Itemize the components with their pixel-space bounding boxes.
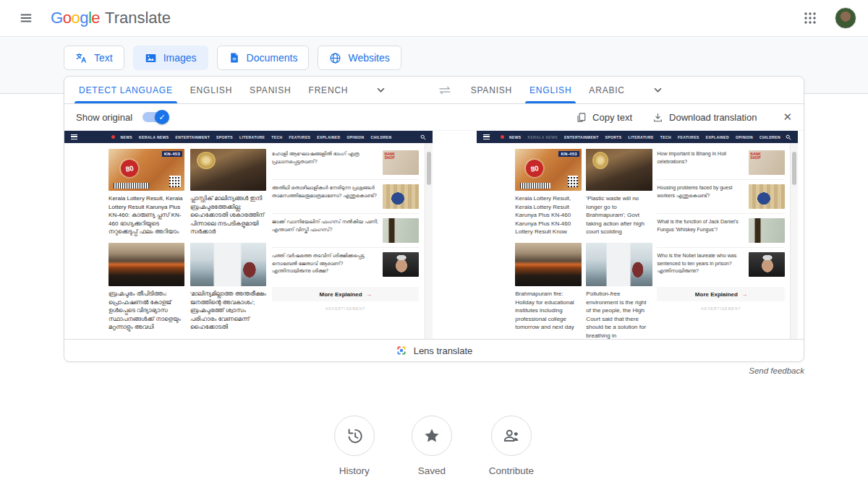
news-nav-item: OPINION [736, 135, 753, 139]
chevron-down-icon [654, 87, 662, 93]
lens-translate-button[interactable]: Lens translate [64, 339, 804, 361]
high-court-image [586, 243, 652, 286]
explained-item: ഹോളി ആഘോഷങ്ങളിൽ ഭാംഗ് എത്ര പ്രധാനപ്പെട്ട… [272, 149, 420, 180]
explained-text: ഹോളി ആഘോഷങ്ങളിൽ ഭാംഗ് എത്ര പ്രധാനപ്പെട്ട… [272, 150, 379, 175]
news-content-translated: 80 KN-453 Kerala Lottery Result, Kerala … [477, 143, 790, 339]
news-nav-item: FEATURES [289, 135, 311, 139]
article-lottery: 80 KN-453 Kerala Lottery Result, Kerala … [109, 149, 184, 236]
more-explained-link: More Explained → [657, 287, 785, 301]
source-lang-detect[interactable]: DETECT LANGUAGE [70, 77, 182, 103]
collectorate-meeting-image [190, 149, 266, 191]
collectorate-seal [592, 152, 608, 169]
bhang-shop-thumbnail: BANK SHOP [383, 150, 419, 175]
news-nav-item: LITERATURE [239, 135, 265, 139]
news-column-2: പ്ലാസ്റ്റിക് മാലിന്യങ്ങൾ ഇനി ബ്രഹ്മപുരത്… [190, 149, 266, 339]
show-original-toggle[interactable]: ✓ [142, 112, 167, 122]
news-nav-item: NEWS [509, 135, 522, 139]
tab-text[interactable]: Text [64, 46, 124, 70]
more-explained-link: More Explained → [272, 287, 420, 301]
main-menu-button[interactable] [12, 4, 41, 33]
target-lang-spanish[interactable]: SPANISH [462, 77, 521, 103]
news-content: 80 KN-453 Kerala Lottery Result, Kerala … [64, 143, 425, 339]
news-column-2: 'Plastic waste will no longer go to Brah… [586, 149, 652, 339]
download-icon [652, 112, 663, 123]
guest-worker-thumbnail [749, 184, 785, 209]
explained-text-translated: Who is the Nobel laureate who was senten… [657, 252, 744, 277]
explained-item: How important is Bhang in Holi celebrati… [657, 149, 785, 180]
article-actress [190, 338, 266, 339]
globe-icon [329, 52, 341, 64]
article-headline-translated: 'Plastic waste will no longer go to Brah… [586, 194, 652, 236]
history-button[interactable]: History [334, 416, 375, 476]
source-lang-french[interactable]: FRENCH [300, 77, 357, 103]
shop-sign-text: BANK SHOP [750, 152, 765, 160]
hamburger-icon [20, 12, 33, 25]
article-headline: Kerala Lottery Result, Kerala Lottery Re… [109, 194, 184, 236]
close-button[interactable]: ✕ [783, 111, 792, 124]
news-search-icon [786, 134, 791, 140]
tab-websites[interactable]: Websites [318, 46, 401, 70]
news-nav-item: EXPLAINED [706, 135, 729, 139]
whiskey-thumbnail [383, 218, 419, 243]
translated-image-panel[interactable]: NEWS KERALA NEWS ENTERTAINMENT SPORTS LI… [477, 131, 798, 339]
news-nav-item: OPINION [347, 135, 365, 139]
news-nav-item: ENTERTAINMENT [175, 135, 210, 139]
image-translate-card: DETECT LANGUAGE ENGLISH SPANISH FRENCH S… [64, 76, 804, 362]
news-nav-item: EXPLAINED [317, 135, 340, 139]
barcode-graphic [520, 183, 550, 189]
advertisement-label: ADVERTISEMENT [657, 306, 785, 311]
news-nav-items: NEWS KERALA NEWS ENTERTAINMENT SPORTS LI… [120, 135, 391, 139]
source-more-languages-button[interactable] [367, 77, 395, 103]
article-politicians [515, 338, 581, 339]
logo-letter: g [80, 9, 88, 27]
top-app-bar: Google Translate [0, 0, 868, 37]
download-translation-button[interactable]: Download translation [652, 112, 757, 123]
qr-code-graphic [169, 176, 181, 187]
account-avatar[interactable] [835, 7, 856, 29]
lottery-code-badge: KN-453 [558, 151, 579, 157]
target-lang-english[interactable]: ENGLISH [521, 77, 580, 103]
scrollbar-thumb[interactable] [427, 152, 431, 185]
swap-languages-button[interactable] [438, 77, 452, 103]
people-icon [502, 426, 521, 445]
translate-mode-tabs: Text Images Documents [64, 37, 804, 70]
source-lang-english[interactable]: ENGLISH [182, 77, 241, 103]
news-logo-icon [501, 135, 504, 139]
news-nav-item: FEATURES [678, 135, 699, 139]
target-more-languages-button[interactable] [644, 77, 672, 103]
send-feedback-link[interactable]: Send feedback [64, 366, 804, 375]
saved-circle [412, 416, 452, 456]
advertisement-label: ADVERTISEMENT [272, 306, 420, 311]
check-icon: ✓ [158, 113, 165, 122]
lens-translate-label: Lens translate [414, 345, 473, 356]
apps-grid-icon [804, 12, 817, 25]
explained-item: പത്ത് വർഷത്തെ തടവിന് ശിക്ഷിക്കപ്പെട്ട നൊ… [272, 248, 420, 281]
explained-text: പത്ത് വർഷത്തെ തടവിന് ശിക്ഷിക്കപ്പെട്ട നൊ… [272, 252, 379, 277]
history-label: History [339, 465, 370, 476]
tab-documents[interactable]: Documents [217, 46, 310, 70]
tab-images[interactable]: Images [133, 46, 208, 70]
explained-text-translated: Housing problems faced by guest workers … [657, 184, 744, 209]
translated-panel-scrollbar[interactable] [790, 143, 798, 339]
target-lang-arabic[interactable]: ARABIC [580, 77, 633, 103]
explained-item: അതിഥി തൊഴിലാളികൾ നേരിടുന്ന പ്രശ്നങ്ങൾ താ… [272, 180, 420, 214]
source-lang-spanish[interactable]: SPANISH [241, 77, 299, 103]
contribute-button[interactable]: Contribute [489, 416, 534, 476]
explained-text-translated: How important is Bhang in Holi celebrati… [657, 150, 744, 175]
bhang-shop-thumbnail: BANK SHOP [749, 150, 785, 175]
image-icon [145, 52, 157, 64]
laureate-thumbnail [383, 252, 419, 277]
explained-item: Housing problems faced by guest workers … [657, 180, 785, 214]
chevron-down-icon [377, 87, 385, 93]
swap-arrows-icon [438, 85, 452, 95]
scrollbar-thumb[interactable] [792, 152, 796, 185]
tab-websites-label: Websites [348, 52, 389, 64]
original-panel-scrollbar[interactable] [425, 143, 433, 339]
saved-button[interactable]: Saved [412, 416, 452, 476]
google-apps-button[interactable] [796, 4, 825, 33]
article-fire: ബ്രഹ്മപുരം തീപിടിത്തം: പ്രൊഫഷണൽ കോളജ് ഉൾ… [109, 243, 184, 332]
original-image-panel[interactable]: NEWS KERALA NEWS ENTERTAINMENT SPORTS LI… [64, 131, 433, 339]
news-nav-item: NEWS [120, 135, 132, 139]
copy-text-button[interactable]: Copy text [576, 112, 632, 123]
article-plastic: പ്ലാസ്റ്റിക് മാലിന്യങ്ങൾ ഇനി ബ്രഹ്മപുരത്… [190, 149, 266, 236]
